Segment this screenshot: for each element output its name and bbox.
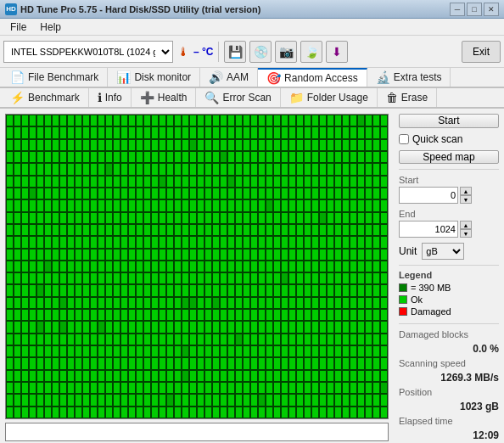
grid-cell xyxy=(357,163,365,175)
tab-aam[interactable]: 🔊 AAM xyxy=(200,68,258,87)
grid-cell xyxy=(288,261,296,272)
grid-cell xyxy=(197,126,204,138)
grid-cell xyxy=(182,139,189,151)
grid-cell xyxy=(273,151,281,163)
tab-disk-monitor[interactable]: 📊 Disk monitor xyxy=(108,68,200,87)
grid-cell xyxy=(281,321,288,333)
tab-error-scan[interactable]: 🔍 Error Scan xyxy=(196,88,280,107)
minimize-button[interactable]: ─ xyxy=(450,3,465,16)
grid-cell xyxy=(380,382,388,394)
grid-cell xyxy=(227,309,235,321)
grid-cell xyxy=(105,163,113,175)
grid-cell xyxy=(357,382,365,394)
grid-cell xyxy=(296,382,304,394)
grid-cell xyxy=(82,126,90,138)
tab-extra-tests[interactable]: 🔬 Extra tests xyxy=(367,68,451,87)
grid-cell xyxy=(44,261,52,272)
grid-cell xyxy=(342,126,350,138)
grid-cell xyxy=(14,382,21,394)
grid-cell xyxy=(151,236,159,248)
grid-cell xyxy=(227,163,235,175)
leaf-icon[interactable]: 🍃 xyxy=(300,41,322,63)
start-increment[interactable]: ▲ xyxy=(460,187,472,195)
grid-cell xyxy=(128,126,136,138)
tab-benchmark[interactable]: ⚡ Benchmark xyxy=(2,88,89,107)
grid-cell xyxy=(311,151,319,163)
start-button[interactable]: Start xyxy=(399,114,499,128)
grid-cell xyxy=(90,249,98,261)
grid-cell xyxy=(143,357,151,369)
grid-cell xyxy=(105,370,113,382)
divider-1 xyxy=(399,169,499,170)
unit-row: Unit gB MB TB xyxy=(399,243,499,260)
grid-cell xyxy=(128,321,136,333)
tab-file-benchmark[interactable]: 📄 File Benchmark xyxy=(2,68,108,87)
start-decrement[interactable]: ▼ xyxy=(460,195,472,204)
grid-cell xyxy=(296,163,304,175)
grid-cell xyxy=(105,139,113,151)
grid-cell xyxy=(174,261,182,272)
grid-cell xyxy=(82,224,90,236)
exit-button[interactable]: Exit xyxy=(462,41,501,63)
end-input[interactable] xyxy=(399,221,458,238)
grid-cell xyxy=(342,272,350,284)
grid-cell xyxy=(273,357,281,369)
grid-cell xyxy=(281,382,288,394)
grid-cell xyxy=(250,370,258,382)
grid-cell xyxy=(250,139,258,151)
grid-cell xyxy=(258,297,266,309)
grid-cell xyxy=(136,407,143,418)
grid-cell xyxy=(296,115,304,126)
download-icon[interactable]: ⬇ xyxy=(326,41,348,63)
start-input[interactable] xyxy=(399,187,458,204)
disk-copy-icon[interactable]: 💾 xyxy=(224,41,246,63)
grid-cell xyxy=(342,334,350,345)
close-button[interactable]: ✕ xyxy=(484,3,499,16)
drive-select[interactable]: INTEL SSDPEKKW010T8L (1024 gB) xyxy=(3,41,173,63)
grid-cell xyxy=(250,236,258,248)
grid-cell xyxy=(227,334,235,345)
grid-cell xyxy=(296,236,304,248)
grid-cell xyxy=(90,139,98,151)
grid-cell xyxy=(44,357,52,369)
grid-cell xyxy=(52,321,59,333)
grid-cell xyxy=(243,407,250,418)
menu-file[interactable]: File xyxy=(3,20,33,35)
grid-cell xyxy=(36,345,44,357)
speed-map-button[interactable]: Speed map xyxy=(399,150,499,165)
grid-cell xyxy=(159,126,166,138)
grid-cell xyxy=(350,272,357,284)
grid-cell xyxy=(243,309,250,321)
end-increment[interactable]: ▲ xyxy=(460,221,472,229)
tab-folder-usage[interactable]: 📁 Folder Usage xyxy=(281,88,378,107)
grid-cell xyxy=(350,334,357,345)
grid-cell xyxy=(143,126,151,138)
grid-cell xyxy=(250,407,258,418)
tab-random-access[interactable]: 🎯 Random Access xyxy=(258,68,367,87)
grid-cell xyxy=(250,334,258,345)
grid-cell xyxy=(273,249,281,261)
maximize-button[interactable]: □ xyxy=(467,3,482,16)
grid-cell xyxy=(334,115,342,126)
tab-erase[interactable]: 🗑 Erase xyxy=(378,88,437,107)
grid-cell xyxy=(334,407,342,418)
grid-cell xyxy=(273,224,281,236)
menu-help[interactable]: Help xyxy=(33,20,68,35)
grid-cell xyxy=(220,370,227,382)
quick-scan-checkbox[interactable] xyxy=(399,134,409,144)
grid-cell xyxy=(143,224,151,236)
quick-scan-label[interactable]: Quick scan xyxy=(412,133,462,145)
grid-cell xyxy=(98,224,105,236)
grid-cell xyxy=(67,309,75,321)
camera-icon[interactable]: 📷 xyxy=(275,41,297,63)
grid-cell xyxy=(365,309,372,321)
unit-select[interactable]: gB MB TB xyxy=(422,243,464,260)
disk-info-icon[interactable]: 💿 xyxy=(249,41,272,63)
grid-cell xyxy=(334,394,342,406)
end-decrement[interactable]: ▼ xyxy=(460,229,472,238)
grid-cell xyxy=(128,370,136,382)
tab-info[interactable]: ℹ Info xyxy=(89,88,132,107)
grid-cell xyxy=(59,261,67,272)
grid-cell xyxy=(6,163,14,175)
tab-health[interactable]: ➕ Health xyxy=(132,88,197,107)
